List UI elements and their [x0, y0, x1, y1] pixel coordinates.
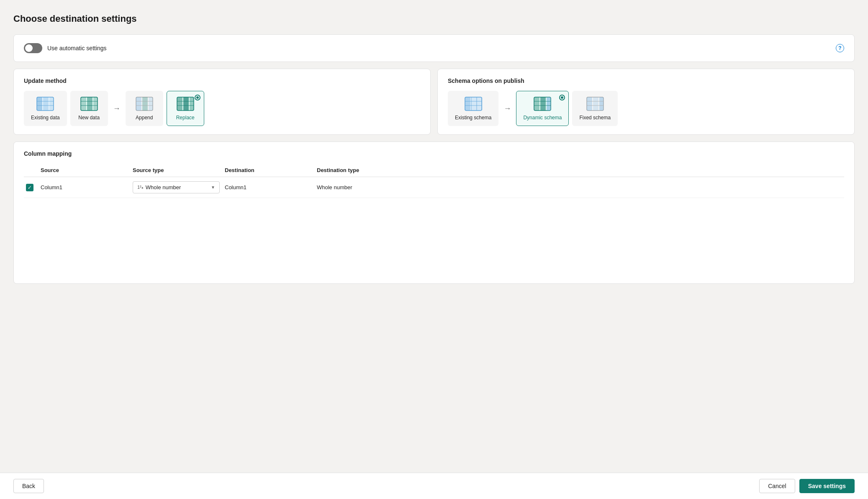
- page-title: Choose destination settings: [13, 13, 855, 24]
- cancel-button[interactable]: Cancel: [759, 479, 795, 493]
- schema-options-title: Schema options on publish: [448, 77, 844, 84]
- svg-rect-26: [471, 97, 483, 111]
- column-mapping-table: Source Source type Destination Destinati…: [24, 164, 844, 198]
- table-row: Column1 1²₃ Whole number ▼ Column1 Whole…: [24, 177, 844, 198]
- svg-rect-7: [81, 97, 86, 111]
- row-checkbox[interactable]: [26, 184, 33, 191]
- col-header-source-type: Source type: [133, 164, 225, 177]
- svg-rect-40: [599, 97, 603, 111]
- svg-rect-38: [587, 97, 592, 111]
- method-existing[interactable]: Existing data: [24, 91, 67, 126]
- col-header-check: [24, 164, 41, 177]
- dynamic-schema-icon: [533, 96, 552, 111]
- svg-rect-25: [465, 97, 470, 111]
- method-new[interactable]: New data: [70, 91, 108, 126]
- svg-rect-9: [93, 97, 98, 111]
- svg-rect-8: [87, 97, 92, 111]
- svg-rect-2: [43, 97, 49, 111]
- method-append[interactable]: Append: [126, 91, 163, 126]
- replace-label: Replace: [176, 115, 195, 121]
- column-mapping-card: Column mapping Source Source type Destin…: [13, 141, 855, 284]
- schema-arrow: →: [503, 104, 511, 113]
- arrow-separator: →: [113, 104, 121, 113]
- type-icon: 1²₃: [137, 185, 143, 190]
- svg-rect-19: [177, 97, 182, 111]
- new-label: New data: [78, 115, 100, 121]
- source-group: Existing data New data: [24, 91, 108, 126]
- existing-schema-label: Existing schema: [455, 115, 491, 121]
- help-icon[interactable]: ?: [836, 44, 844, 52]
- svg-rect-32: [534, 97, 539, 111]
- bottom-bar: Back Cancel Save settings: [0, 473, 868, 499]
- dynamic-radio: [559, 95, 565, 100]
- row-checkbox-cell[interactable]: [24, 177, 41, 198]
- auto-settings-card: Use automatic settings ?: [13, 34, 855, 62]
- svg-rect-21: [190, 97, 194, 111]
- save-button[interactable]: Save settings: [799, 479, 855, 493]
- svg-rect-14: [142, 97, 148, 111]
- back-button[interactable]: Back: [13, 479, 44, 493]
- method-replace[interactable]: Replace: [167, 91, 204, 126]
- row-source: Column1: [41, 177, 133, 198]
- existing-data-icon: [36, 96, 54, 111]
- auto-settings-label: Use automatic settings: [47, 45, 107, 51]
- column-mapping-title: Column mapping: [24, 150, 844, 157]
- source-type-dropdown[interactable]: 1²₃ Whole number ▼: [133, 181, 220, 193]
- col-header-destination: Destination: [225, 164, 317, 177]
- row-destination-type: Whole number: [317, 177, 844, 198]
- source-type-label: Whole number: [146, 184, 181, 190]
- svg-rect-39: [593, 97, 598, 111]
- svg-rect-3: [49, 97, 54, 111]
- svg-rect-13: [136, 97, 141, 111]
- schema-dynamic[interactable]: Dynamic schema: [516, 91, 569, 126]
- col-header-destination-type: Destination type: [317, 164, 844, 177]
- schema-options-card: Schema options on publish Existing schem…: [437, 69, 855, 135]
- existing-label: Existing data: [31, 115, 60, 121]
- right-actions: Cancel Save settings: [759, 479, 855, 493]
- append-icon: [135, 96, 154, 111]
- schema-existing[interactable]: Existing schema: [448, 91, 498, 126]
- svg-rect-1: [37, 97, 42, 111]
- chevron-down-icon: ▼: [211, 185, 215, 190]
- fixed-schema-icon: [586, 96, 604, 111]
- svg-rect-33: [540, 97, 546, 111]
- col-header-source: Source: [41, 164, 133, 177]
- schema-fixed[interactable]: Fixed schema: [572, 91, 618, 126]
- schema-options-options: Existing schema → Dynamic schema: [448, 91, 844, 126]
- row-source-type-cell: 1²₃ Whole number ▼: [133, 177, 225, 198]
- row-destination: Column1: [225, 177, 317, 198]
- replace-icon: [176, 96, 195, 111]
- auto-settings-toggle[interactable]: [24, 43, 42, 53]
- options-row: Update method Existing data: [13, 69, 855, 135]
- svg-rect-20: [183, 97, 189, 111]
- update-method-title: Update method: [24, 77, 420, 84]
- append-label: Append: [136, 115, 153, 121]
- existing-schema-icon: [464, 96, 483, 111]
- fixed-schema-label: Fixed schema: [579, 115, 611, 121]
- svg-rect-15: [149, 97, 153, 111]
- dynamic-schema-label: Dynamic schema: [523, 115, 562, 121]
- new-data-icon: [80, 96, 98, 111]
- svg-rect-34: [547, 97, 551, 111]
- update-method-options: Existing data New data →: [24, 91, 420, 126]
- update-method-card: Update method Existing data: [13, 69, 431, 135]
- replace-radio: [195, 95, 200, 100]
